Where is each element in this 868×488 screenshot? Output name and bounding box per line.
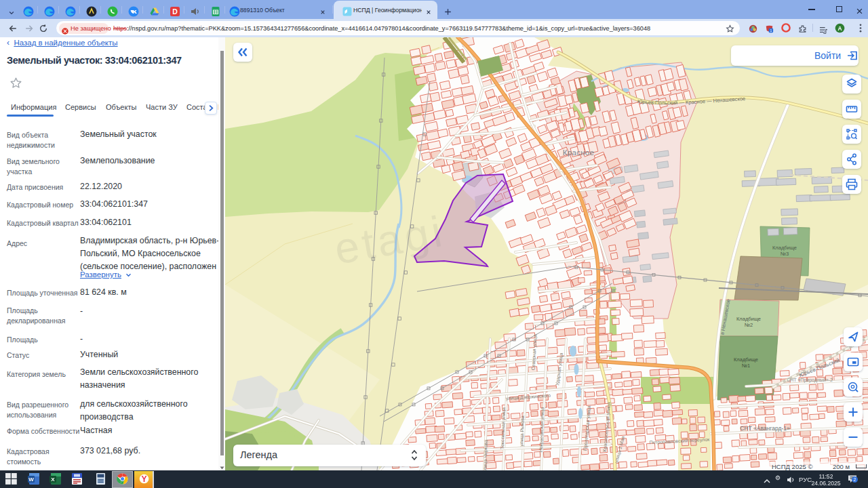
svg-text:№2: №2 [745, 322, 753, 328]
svg-text:Красное: Красное [563, 148, 594, 157]
svg-text:Кладбище: Кладбище [736, 316, 761, 322]
svg-text:Y: Y [141, 474, 146, 484]
svg-text:Кладбище: Кладбище [772, 245, 797, 251]
svg-text:СНТ «Природный»-2: СНТ «Природный»-2 [787, 378, 833, 383]
svg-text:Кладбище: Кладбище [734, 357, 758, 363]
svg-text:СНТ «Авангард-1»: СНТ «Авангард-1» [740, 425, 790, 432]
svg-text:D: D [172, 7, 178, 16]
svg-text:W: W [28, 476, 34, 483]
svg-text:A: A [837, 24, 842, 31]
svg-text:1: 1 [770, 28, 772, 32]
svg-text:№1: №1 [742, 363, 750, 369]
svg-text:X: X [51, 476, 55, 483]
svg-text:№3: №3 [781, 251, 789, 257]
